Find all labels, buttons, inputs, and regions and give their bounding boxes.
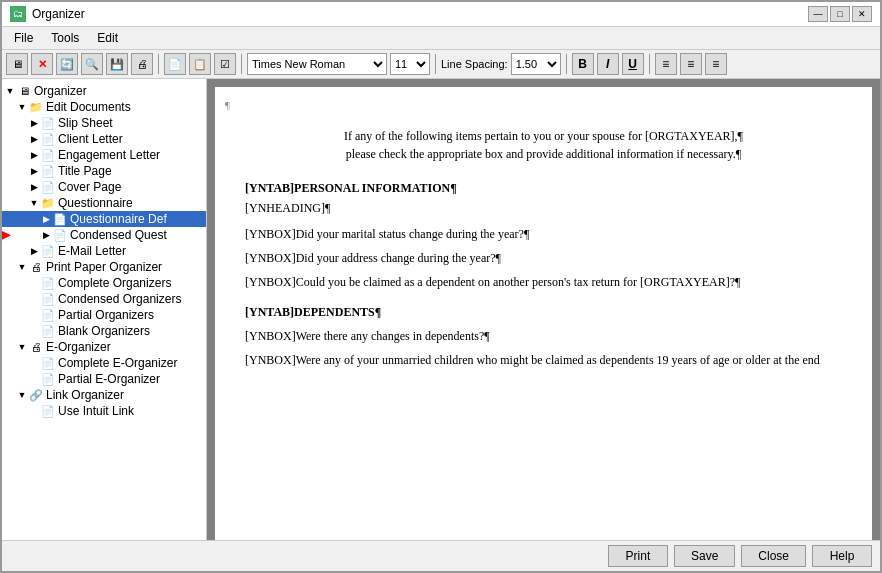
expander-title-page[interactable]: ▶ <box>28 165 40 177</box>
main-content: ▼ 🖥 Organizer ▼ 📁 Edit Documents ▶ 📄 Sli… <box>2 79 880 540</box>
tree-item-link-org[interactable]: ▼ 🔗 Link Organizer <box>2 387 206 403</box>
expander-client-letter[interactable]: ▶ <box>28 133 40 145</box>
toolbar-btn-doc1[interactable]: 📄 <box>164 53 186 75</box>
expander-cover-page[interactable]: ▶ <box>28 181 40 193</box>
toolbar-btn-save[interactable]: 💾 <box>106 53 128 75</box>
menu-file[interactable]: File <box>6 29 41 47</box>
tree-label-slip-sheet: Slip Sheet <box>58 116 113 130</box>
doc-section-personal: [YNTAB]PERSONAL INFORMATION¶ [YNHEADING]… <box>245 179 842 291</box>
expander-partial-eorg[interactable] <box>28 373 40 385</box>
tree-item-print-paper[interactable]: ▼ 🖨 Print Paper Organizer <box>2 259 206 275</box>
font-select[interactable]: Times New Roman <box>247 53 387 75</box>
tree-item-cover-page[interactable]: ▶ 📄 Cover Page <box>2 179 206 195</box>
tree-item-questionnaire-def[interactable]: ▶ 📄 Questionnaire Def <box>2 211 206 227</box>
expander-engagement[interactable]: ▶ <box>28 149 40 161</box>
help-button[interactable]: Help <box>812 545 872 567</box>
expander-condensed-org[interactable] <box>28 293 40 305</box>
expander-blank-org[interactable] <box>28 325 40 337</box>
tree-item-intuit-link[interactable]: 📄 Use Intuit Link <box>2 403 206 419</box>
expander-q-def[interactable]: ▶ <box>40 213 52 225</box>
tree-item-complete-eorg[interactable]: 📄 Complete E-Organizer <box>2 355 206 371</box>
tree-item-condensed-org[interactable]: 📄 Condensed Organizers <box>2 291 206 307</box>
save-button[interactable]: Save <box>674 545 735 567</box>
tree-item-email-letter[interactable]: ▶ 📄 E-Mail Letter <box>2 243 206 259</box>
doc-q5: [YNBOX]Were any of your unmarried childr… <box>245 351 842 369</box>
expander-questionnaire[interactable]: ▼ <box>28 197 40 209</box>
document-page: ¶ If any of the following items pertain … <box>215 87 872 540</box>
toolbar-btn-print[interactable]: 🖨 <box>131 53 153 75</box>
italic-button[interactable]: I <box>597 53 619 75</box>
doc-icon-2: 📄 <box>40 132 56 146</box>
tree-item-slip-sheet[interactable]: ▶ 📄 Slip Sheet <box>2 115 206 131</box>
expander-link-org[interactable]: ▼ <box>16 389 28 401</box>
tree-item-complete-org[interactable]: 📄 Complete Organizers <box>2 275 206 291</box>
tree-label-engagement: Engagement Letter <box>58 148 160 162</box>
tree-item-client-letter[interactable]: ▶ 📄 Client Letter <box>2 131 206 147</box>
folder-icon: 📁 <box>28 100 44 114</box>
expander-e-org[interactable]: ▼ <box>16 341 28 353</box>
expander-condensed[interactable]: ▶ <box>40 229 52 241</box>
minimize-button[interactable]: — <box>808 6 828 22</box>
tree-label-condensed: Condensed Quest <box>70 228 167 242</box>
tree-item-e-organizer[interactable]: ▼ 🖨 E-Organizer <box>2 339 206 355</box>
doc-q1: [YNBOX]Did your marital status change du… <box>245 225 842 243</box>
doc-icon-1: 📄 <box>40 116 56 130</box>
close-button-footer[interactable]: Close <box>741 545 806 567</box>
tree-label-e-org: E-Organizer <box>46 340 111 354</box>
tree-item-edit-documents[interactable]: ▼ 📁 Edit Documents <box>2 99 206 115</box>
tree-label-condensed-org: Condensed Organizers <box>58 292 181 306</box>
link-icon: 🔗 <box>28 388 44 402</box>
print-button[interactable]: Print <box>608 545 668 567</box>
tree-item-blank-org[interactable]: 📄 Blank Organizers <box>2 323 206 339</box>
toolbar-btn-doc2[interactable]: 📋 <box>189 53 211 75</box>
toolbar-btn-check[interactable]: ☑ <box>214 53 236 75</box>
toolbar-btn-search[interactable]: 🔍 <box>81 53 103 75</box>
close-button[interactable]: ✕ <box>852 6 872 22</box>
line-spacing-select[interactable]: 1.50 <box>511 53 561 75</box>
tree-label-partial-org: Partial Organizers <box>58 308 154 322</box>
maximize-button[interactable]: □ <box>830 6 850 22</box>
line-spacing-label: Line Spacing: <box>441 58 508 70</box>
underline-button[interactable]: U <box>622 53 644 75</box>
doc-icon-10: 📄 <box>40 292 56 306</box>
tree-item-questionnaire[interactable]: ▼ 📁 Questionnaire <box>2 195 206 211</box>
footer: Print Save Close Help <box>2 540 880 571</box>
tree-item-condensed-quest[interactable]: ▶ 📄 Condensed Quest <box>2 227 206 243</box>
tree-label-complete-eorg: Complete E-Organizer <box>58 356 177 370</box>
tree-item-engagement-letter[interactable]: ▶ 📄 Engagement Letter <box>2 147 206 163</box>
menu-edit[interactable]: Edit <box>89 29 126 47</box>
bold-button[interactable]: B <box>572 53 594 75</box>
toolbar-btn-refresh[interactable]: 🔄 <box>56 53 78 75</box>
align-right-button[interactable]: ≡ <box>705 53 727 75</box>
toolbar-sep-3 <box>435 54 436 74</box>
toolbar-btn-x[interactable]: ✕ <box>31 53 53 75</box>
doc-icon-14: 📄 <box>40 372 56 386</box>
expander-slip-sheet[interactable]: ▶ <box>28 117 40 129</box>
tree-item-organizer[interactable]: ▼ 🖥 Organizer <box>2 83 206 99</box>
expander-edit-docs[interactable]: ▼ <box>16 101 28 113</box>
tree-item-partial-eorg[interactable]: 📄 Partial E-Organizer <box>2 371 206 387</box>
toolbar: 🖥 ✕ 🔄 🔍 💾 🖨 📄 📋 ☑ Times New Roman 11 Lin… <box>2 50 880 79</box>
expander-complete-eorg[interactable] <box>28 357 40 369</box>
expander-intuit[interactable] <box>28 405 40 417</box>
doc-panel[interactable]: ¶ If any of the following items pertain … <box>207 79 880 540</box>
toolbar-btn-1[interactable]: 🖥 <box>6 53 28 75</box>
tree-label-partial-eorg: Partial E-Organizer <box>58 372 160 386</box>
font-size-select[interactable]: 11 <box>390 53 430 75</box>
expander-partial-org[interactable] <box>28 309 40 321</box>
doc-icon-6: 📄 <box>52 212 68 226</box>
align-center-button[interactable]: ≡ <box>680 53 702 75</box>
expander-complete-org[interactable] <box>28 277 40 289</box>
toolbar-sep-4 <box>566 54 567 74</box>
menu-tools[interactable]: Tools <box>43 29 87 47</box>
tree-item-partial-org[interactable]: 📄 Partial Organizers <box>2 307 206 323</box>
align-left-button[interactable]: ≡ <box>655 53 677 75</box>
toolbar-sep-2 <box>241 54 242 74</box>
folder-icon-2: 📁 <box>40 196 56 210</box>
tree-item-title-page[interactable]: ▶ 📄 Title Page <box>2 163 206 179</box>
expander-print-paper[interactable]: ▼ <box>16 261 28 273</box>
window-controls: — □ ✕ <box>808 6 872 22</box>
doc-icon-4: 📄 <box>40 164 56 178</box>
expander-email[interactable]: ▶ <box>28 245 40 257</box>
expander-organizer[interactable]: ▼ <box>4 85 16 97</box>
